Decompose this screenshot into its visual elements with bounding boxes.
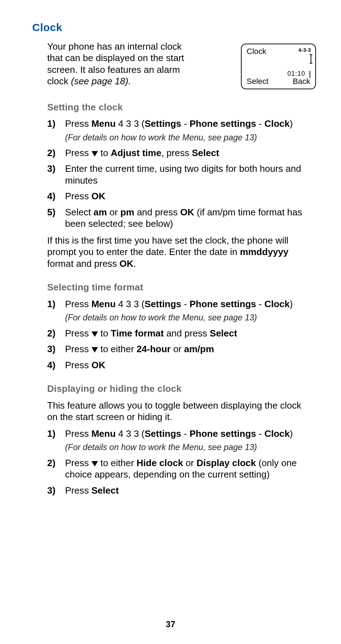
page-number: 37	[0, 619, 341, 630]
btn-label-select: Select	[210, 328, 237, 339]
down-arrow-icon	[92, 331, 98, 337]
step-number: 4)	[47, 190, 55, 202]
option-display-clock: Display clock	[197, 458, 256, 468]
step-number: 5)	[47, 206, 55, 218]
step-item: 1) Press Menu 4 3 3 (Settings - Phone se…	[47, 118, 309, 143]
section-heading-setting-clock: Setting the clock	[47, 101, 309, 113]
option-adjust-time: Adjust time	[111, 148, 162, 158]
intro-text-ref: (see page 18).	[71, 76, 131, 86]
page-title: Clock	[32, 21, 309, 34]
menu-path-clock: Clock	[265, 299, 290, 309]
step-number: 2)	[47, 147, 55, 159]
step-text-segment: Press	[65, 148, 92, 158]
btn-label-select: Select	[92, 485, 119, 496]
step-note: (For details on how to work the Menu, se…	[65, 313, 309, 323]
device-softkey-right: Back	[293, 76, 310, 86]
step-item: 2) Press to Time format and press Select	[47, 328, 309, 339]
step-text-segment: to	[98, 148, 111, 158]
step-text-segment: Press	[65, 344, 92, 354]
step-text-segment: or	[170, 344, 184, 354]
step-text-segment: -	[181, 118, 189, 129]
menu-path-settings: Settings	[145, 428, 182, 439]
step-text-segment: -	[256, 428, 265, 439]
step-item: 1) Press Menu 4 3 3 (Settings - Phone se…	[47, 298, 309, 323]
device-softkey-left: Select	[247, 76, 268, 86]
step-text-segment: Press	[65, 328, 92, 339]
step-text-segment: Press	[65, 485, 92, 496]
step-text-segment: Press	[65, 360, 92, 370]
down-arrow-icon	[92, 347, 98, 353]
device-menu-title: Clock	[247, 46, 266, 56]
step-number: 4)	[47, 359, 55, 371]
menu-path-phone-settings: Phone settings	[189, 428, 256, 439]
step-text-segment: or	[183, 458, 197, 468]
step-item: 4) Press OK	[47, 190, 309, 202]
option-ampm: am/pm	[184, 344, 214, 354]
device-screen-illustration: Clock 4-3-3 01:10 Select Back	[241, 44, 316, 89]
menu-path-settings: Settings	[145, 118, 182, 129]
option-am: am	[94, 207, 107, 218]
date-format: mmddyyyy	[240, 246, 288, 257]
btn-label-ok: OK	[119, 258, 133, 269]
step-number: 1)	[47, 428, 55, 440]
step-item: 3) Press to either 24-hour or am/pm	[47, 343, 309, 355]
step-text-segment: to either	[98, 458, 137, 468]
menu-path-phone-settings: Phone settings	[189, 118, 256, 129]
step-text-segment: to	[98, 328, 111, 339]
step-number: 3)	[47, 163, 55, 175]
step-text-segment: 4 3 3 (	[116, 118, 145, 129]
step-number: 3)	[47, 343, 55, 355]
step-text-segment: )	[290, 428, 293, 439]
step-number: 2)	[47, 457, 55, 469]
btn-label-select: Select	[192, 148, 219, 158]
step-item: 2) Press to Adjust time, press Select	[47, 147, 309, 159]
step-text-segment: Select	[65, 207, 94, 218]
menu-path-clock: Clock	[265, 118, 290, 129]
step-item: 4) Press OK	[47, 359, 309, 371]
step-text-segment: Press	[65, 191, 92, 201]
step-number: 3)	[47, 485, 55, 496]
step-text-segment: Enter the current time, using two digits…	[65, 163, 301, 186]
step-text-segment: -	[181, 299, 189, 309]
section-heading-time-format: Selecting time format	[47, 281, 309, 293]
step-text-segment: -	[181, 428, 189, 439]
option-time-format: Time format	[111, 328, 164, 339]
step-text-segment: Press	[65, 458, 92, 468]
section-heading-display-clock: Displaying or hiding the clock	[47, 383, 309, 395]
step-text-segment: Press	[65, 118, 92, 129]
step-text-segment: to either	[98, 344, 137, 354]
down-arrow-icon	[92, 461, 98, 466]
btn-label-menu: Menu	[92, 299, 116, 309]
step-text-segment: )	[290, 299, 293, 309]
option-hide-clock: Hide clock	[137, 458, 183, 468]
step-text-segment: -	[256, 118, 265, 129]
section1-footnote: If this is the first time you have set t…	[47, 235, 309, 270]
text-segment: .	[133, 258, 136, 269]
step-text-segment: 4 3 3 (	[116, 428, 145, 439]
step-text-segment: , press	[161, 148, 192, 158]
step-text-segment: -	[256, 299, 265, 309]
step-item: 3) Press Select	[47, 485, 309, 496]
device-scroll-indicator	[310, 54, 312, 64]
menu-path-settings: Settings	[145, 299, 182, 309]
step-note: (For details on how to work the Menu, se…	[65, 133, 309, 143]
step-number: 1)	[47, 298, 55, 310]
step-text-segment: )	[290, 118, 293, 129]
device-menu-code: 4-3-3	[298, 47, 311, 54]
menu-path-phone-settings: Phone settings	[189, 299, 256, 309]
step-note: (For details on how to work the Menu, se…	[65, 442, 309, 453]
btn-label-menu: Menu	[92, 118, 116, 129]
step-text-segment: and press	[134, 207, 181, 218]
btn-label-ok: OK	[92, 191, 105, 201]
option-24-hour: 24-hour	[137, 344, 170, 354]
down-arrow-icon	[92, 151, 98, 156]
step-text-segment: or	[107, 207, 120, 218]
step-text-segment: and press	[164, 328, 210, 339]
step-item: 3) Enter the current time, using two dig…	[47, 163, 309, 186]
btn-label-ok: OK	[180, 207, 194, 218]
menu-path-clock: Clock	[265, 428, 290, 439]
section3-intro: This feature allows you to toggle betwee…	[47, 400, 309, 423]
option-pm: pm	[120, 207, 134, 218]
step-item: 1) Press Menu 4 3 3 (Settings - Phone se…	[47, 428, 309, 453]
step-text-segment: 4 3 3 (	[116, 299, 145, 309]
